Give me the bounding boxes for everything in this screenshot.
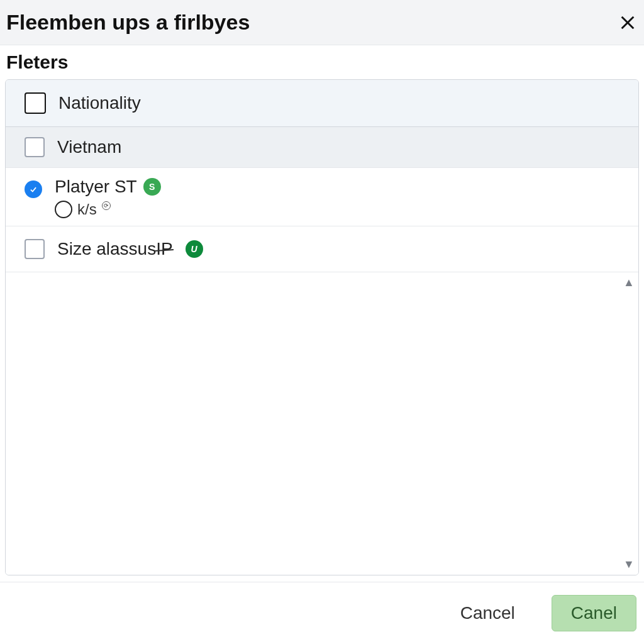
dialog-header: Fleemben ups a firlbyes xyxy=(0,0,644,45)
player-content: Platyer ST S k/s ⟳ xyxy=(55,177,161,218)
subline-text: k/s xyxy=(77,201,97,218)
filter-row-vietnam[interactable]: Vietnam xyxy=(6,127,638,168)
filter-label: Nationality xyxy=(58,93,141,113)
scrollbar[interactable]: ▲ ▼ xyxy=(619,272,638,575)
strike-text: IP xyxy=(156,239,172,259)
close-icon xyxy=(619,14,636,31)
checkbox-size[interactable] xyxy=(25,239,45,259)
player-sub-line: k/s ⟳ xyxy=(55,201,161,218)
checkbox-vietnam[interactable] xyxy=(25,137,45,157)
cancel-button[interactable]: Cancel xyxy=(441,596,534,631)
filter-row-size[interactable]: Size alassusIP U xyxy=(6,226,638,272)
dialog-footer: Cancel Canel xyxy=(0,582,644,644)
radio-player-selected[interactable] xyxy=(25,180,42,198)
player-title-line: Platyer ST S xyxy=(55,177,161,197)
filters-list: Nationality Vietnam Platyer ST S k/s ⟳ xyxy=(5,79,639,575)
info-sup-icon: ⟳ xyxy=(102,201,111,210)
checkbox-nationality[interactable] xyxy=(25,92,46,114)
badge-u-icon: U xyxy=(186,240,203,258)
confirm-button[interactable]: Canel xyxy=(552,595,636,631)
filter-label: Platyer ST xyxy=(55,177,137,197)
radio-unselected-icon[interactable] xyxy=(55,201,72,218)
filter-label: Vietnam xyxy=(57,137,121,157)
dialog-title: Fleemben ups a firlbyes xyxy=(6,10,250,35)
filter-row-nationality[interactable]: Nationality xyxy=(6,80,638,127)
close-button[interactable] xyxy=(618,13,638,33)
dialog-content: Fleters Nationality Vietnam Platyer ST S… xyxy=(0,45,644,582)
filter-label: Size alassusIP xyxy=(57,239,173,259)
scroll-up-icon[interactable]: ▲ xyxy=(623,276,635,289)
check-icon xyxy=(29,185,38,194)
scroll-down-icon[interactable]: ▼ xyxy=(623,558,635,571)
filters-section-title: Fleters xyxy=(5,52,639,73)
filter-row-player[interactable]: Platyer ST S k/s ⟳ xyxy=(6,168,638,226)
filters-empty-area: ▲ ▼ xyxy=(6,272,638,575)
badge-s-icon: S xyxy=(143,178,161,196)
